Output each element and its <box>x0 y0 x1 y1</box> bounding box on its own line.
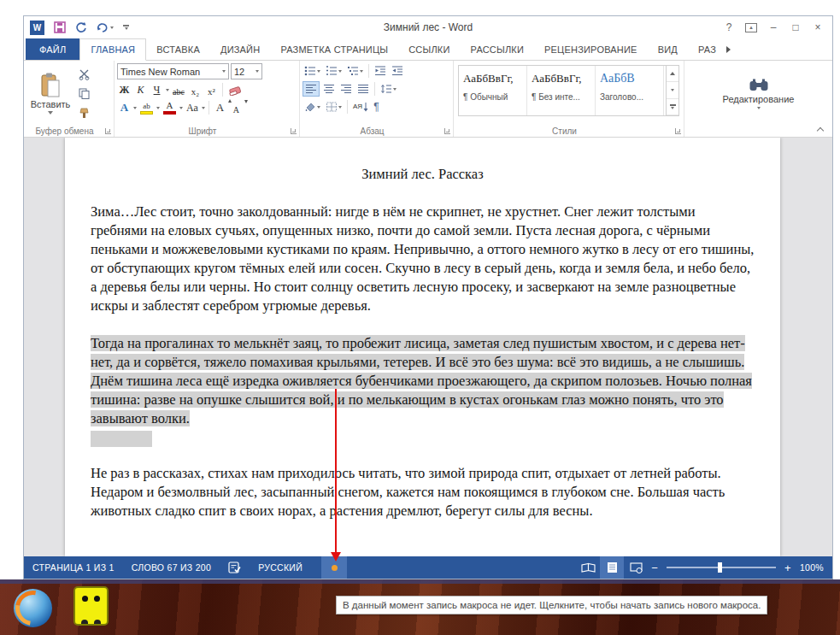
align-left-button[interactable] <box>303 81 320 97</box>
paragraph-dialog-launcher[interactable] <box>444 128 450 134</box>
tab-mailings[interactable]: РАССЫЛКИ <box>461 38 534 60</box>
help-button[interactable]: ? <box>720 20 738 35</box>
firefox-icon[interactable] <box>14 589 52 627</box>
font-color-dropdown-icon[interactable] <box>179 107 183 109</box>
word-count-indicator[interactable]: СЛОВО 67 ИЗ 200 <box>123 556 220 579</box>
paragraph-2-selected: Тогда на прогалинах то мелькнёт заяц, то… <box>91 334 755 428</box>
line-spacing-button[interactable] <box>379 81 398 97</box>
tab-file[interactable]: ФАЙЛ <box>26 38 79 60</box>
shrink-font-icon <box>244 100 248 103</box>
tab-scroll-arrow-icon[interactable] <box>726 38 734 60</box>
tab-design[interactable]: ДИЗАЙН <box>210 38 270 60</box>
style-normal[interactable]: АаБбВвГг, ¶ Обычный <box>459 66 527 115</box>
smiley-shortcut-icon[interactable] <box>73 586 109 626</box>
group-paragraph: АЯ ¶ Абзац <box>300 61 454 137</box>
styles-scroll-down[interactable] <box>667 82 678 98</box>
borders-icon <box>326 102 338 112</box>
web-layout-icon <box>630 562 643 573</box>
macro-tooltip: В данный момент запись макроса не идет. … <box>336 596 767 614</box>
proofing-status[interactable] <box>220 556 250 579</box>
decrease-indent-button[interactable] <box>373 63 388 79</box>
style-no-spacing[interactable]: АаБбВвГг, ¶ Без инте... <box>527 66 596 115</box>
paragraph-group-label: Абзац <box>300 126 444 136</box>
highlight-button[interactable]: ab <box>138 100 155 115</box>
shrink-font-button[interactable]: А <box>229 100 244 115</box>
language-indicator[interactable]: РУССКИЙ <box>250 556 311 579</box>
highlight-color-bar <box>140 111 153 115</box>
sort-button[interactable]: АЯ <box>351 99 370 115</box>
grow-font-button[interactable]: А <box>213 100 227 115</box>
italic-button[interactable]: К <box>133 82 148 97</box>
align-center-button[interactable] <box>321 81 337 97</box>
collapse-ribbon-button[interactable] <box>817 126 824 132</box>
style-heading1[interactable]: АаБбВ Заголово... <box>596 66 664 115</box>
font-color-button[interactable]: А <box>162 100 178 115</box>
read-mode-button[interactable] <box>576 556 600 579</box>
clipboard-dialog-launcher[interactable] <box>105 128 111 134</box>
tab-review[interactable]: РЕЦЕНЗИРОВАНИЕ <box>534 38 648 60</box>
zoom-out-button[interactable]: − <box>648 562 661 574</box>
underline-dropdown-icon[interactable] <box>166 89 169 91</box>
superscript-button[interactable]: x² <box>204 82 219 97</box>
tab-home[interactable]: ГЛАВНАЯ <box>79 38 146 61</box>
ribbon-display-options-button[interactable]: ▴ <box>742 20 761 35</box>
subscript-button[interactable]: x₂ <box>188 82 203 97</box>
print-layout-button[interactable] <box>600 556 624 579</box>
text-effects-dropdown-icon[interactable] <box>133 107 137 109</box>
shading-button[interactable] <box>303 99 322 115</box>
zoom-slider[interactable] <box>667 567 776 568</box>
zoom-in-button[interactable]: + <box>781 562 795 574</box>
maximize-button[interactable]: □ <box>786 20 805 35</box>
strikethrough-button[interactable]: abc <box>171 82 186 97</box>
window-controls: ? ▴ – □ × <box>720 20 832 35</box>
tab-view[interactable]: ВИД <box>648 38 688 60</box>
smiley-eye-icon <box>82 596 88 602</box>
styles-more-button[interactable] <box>667 99 678 115</box>
zoom-level[interactable]: 100% <box>795 562 832 573</box>
bold-button[interactable]: Ж <box>117 82 132 97</box>
text-effects-button[interactable]: А <box>117 100 132 115</box>
paste-button[interactable]: Вставить <box>26 63 74 124</box>
tab-references[interactable]: ССЫЛКИ <box>398 38 460 60</box>
numbering-button[interactable] <box>324 63 344 79</box>
group-editing[interactable]: Редактирование <box>684 61 832 137</box>
web-layout-button[interactable] <box>624 556 648 579</box>
font-size-dropdown-icon <box>256 70 259 73</box>
zoom-slider-thumb[interactable] <box>718 562 722 573</box>
justify-button[interactable] <box>355 81 371 97</box>
font-name-combobox[interactable]: Times New Roman <box>117 63 229 79</box>
page-indicator[interactable]: СТРАНИЦА 1 ИЗ 1 <box>24 556 123 579</box>
find-binoculars-icon <box>749 79 768 91</box>
tab-insert[interactable]: ВСТАВКА <box>146 38 210 60</box>
align-right-button[interactable] <box>338 81 354 97</box>
highlight-dropdown-icon[interactable] <box>156 107 160 109</box>
multilevel-list-button[interactable] <box>345 63 365 79</box>
tab-page-layout[interactable]: РАЗМЕТКА СТРАНИЦЫ <box>270 38 398 60</box>
font-size-combobox[interactable]: 12 <box>231 63 262 79</box>
font-color-label: А <box>167 101 173 110</box>
change-case-dropdown-icon[interactable] <box>202 107 205 109</box>
editing-dropdown-icon[interactable] <box>757 107 761 109</box>
smiley-eye-icon <box>94 596 100 602</box>
clipboard-group-label: Буфер обмена <box>24 126 105 136</box>
minimize-button[interactable]: – <box>764 20 783 35</box>
font-dialog-launcher[interactable] <box>291 128 297 134</box>
format-painter-button[interactable] <box>74 104 93 120</box>
document-page[interactable]: Зимний лес. Рассказ Зима…Лес стоит, точн… <box>65 138 780 556</box>
increase-indent-button[interactable] <box>390 63 405 79</box>
paste-dropdown-icon[interactable] <box>48 111 53 115</box>
underline-button[interactable]: Ч <box>150 82 164 97</box>
show-marks-button[interactable]: ¶ <box>372 99 380 115</box>
clear-formatting-button[interactable] <box>226 82 245 97</box>
copy-button[interactable] <box>74 85 93 101</box>
tab-developer-clipped[interactable]: РАЗ <box>688 38 726 60</box>
cut-button[interactable] <box>74 67 93 82</box>
change-case-button[interactable]: Аа <box>185 100 200 115</box>
bullets-button[interactable] <box>303 63 322 79</box>
styles-dialog-launcher[interactable] <box>675 128 681 134</box>
borders-button[interactable] <box>324 99 344 115</box>
styles-scroll-up[interactable] <box>667 66 678 82</box>
annotation-arrow-line <box>335 389 337 554</box>
paragraph-3: Не раз в рассказах, стихах нам приходило… <box>91 464 755 520</box>
close-button[interactable]: × <box>808 20 827 35</box>
